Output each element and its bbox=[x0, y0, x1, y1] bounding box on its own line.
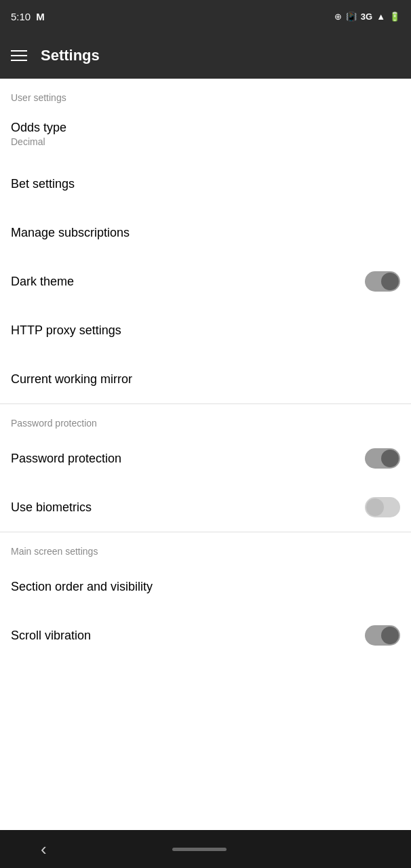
settings-item-password-protection[interactable]: Password protection bbox=[0, 434, 411, 483]
dark-theme-toggle-thumb bbox=[381, 273, 399, 290]
dark-theme-title: Dark theme bbox=[11, 275, 74, 289]
email-icon: M bbox=[36, 11, 45, 22]
odds-type-title: Odds type bbox=[11, 121, 66, 135]
use-biometrics-toggle[interactable] bbox=[365, 497, 400, 517]
network-label: 3G bbox=[361, 12, 372, 22]
back-button[interactable]: ‹ bbox=[41, 839, 47, 860]
use-biometrics-title: Use biometrics bbox=[11, 500, 92, 515]
http-proxy-left: HTTP proxy settings bbox=[11, 323, 121, 338]
app-bar: Settings bbox=[0, 33, 411, 79]
dark-theme-toggle[interactable] bbox=[365, 271, 400, 292]
settings-item-section-order[interactable]: Section order and visibility bbox=[0, 562, 411, 611]
bottom-nav: ‹ bbox=[0, 830, 411, 868]
settings-item-working-mirror[interactable]: Current working mirror bbox=[0, 355, 411, 403]
scroll-vibration-title: Scroll vibration bbox=[11, 629, 91, 643]
scroll-vibration-toggle-thumb bbox=[381, 627, 399, 644]
hamburger-line-2 bbox=[11, 55, 27, 56]
section-order-left: Section order and visibility bbox=[11, 580, 153, 594]
working-mirror-left: Current working mirror bbox=[11, 372, 132, 387]
settings-item-http-proxy[interactable]: HTTP proxy settings bbox=[0, 306, 411, 355]
section-header-user-settings: User settings bbox=[0, 79, 411, 108]
working-mirror-title: Current working mirror bbox=[11, 372, 132, 387]
signal-icon: ▲ bbox=[376, 12, 385, 22]
status-time: 5:10 bbox=[11, 11, 31, 22]
odds-type-subtitle: Decimal bbox=[11, 136, 66, 147]
sync-icon: ⊕ bbox=[334, 12, 342, 22]
bet-settings-left: Bet settings bbox=[11, 177, 75, 191]
content-wrapper: User settings Odds type Decimal Bet sett… bbox=[0, 79, 411, 698]
password-protection-toggle-thumb bbox=[381, 450, 399, 467]
settings-item-odds-type[interactable]: Odds type Decimal bbox=[0, 108, 411, 159]
scroll-vibration-toggle[interactable] bbox=[365, 625, 400, 646]
bet-settings-title: Bet settings bbox=[11, 177, 75, 191]
hamburger-line-1 bbox=[11, 50, 27, 52]
status-bar-right: ⊕ 📳 3G ▲ 🔋 bbox=[334, 12, 400, 22]
section-header-main-screen: Main screen settings bbox=[0, 532, 411, 562]
use-biometrics-left: Use biometrics bbox=[11, 500, 92, 515]
status-bar-left: 5:10 M bbox=[11, 11, 45, 22]
status-bar: 5:10 M ⊕ 📳 3G ▲ 🔋 bbox=[0, 0, 411, 33]
settings-content: User settings Odds type Decimal Bet sett… bbox=[0, 79, 411, 660]
scroll-vibration-left: Scroll vibration bbox=[11, 629, 91, 643]
settings-item-dark-theme[interactable]: Dark theme bbox=[0, 257, 411, 306]
settings-item-bet-settings[interactable]: Bet settings bbox=[0, 159, 411, 208]
section-header-password: Password protection bbox=[0, 404, 411, 434]
settings-item-scroll-vibration[interactable]: Scroll vibration bbox=[0, 611, 411, 660]
dark-theme-left: Dark theme bbox=[11, 275, 74, 289]
page-title: Settings bbox=[41, 47, 100, 64]
manage-subscriptions-left: Manage subscriptions bbox=[11, 226, 130, 240]
odds-type-left: Odds type Decimal bbox=[11, 121, 66, 147]
home-pill[interactable] bbox=[172, 848, 227, 851]
password-protection-left: Password protection bbox=[11, 452, 121, 466]
section-order-title: Section order and visibility bbox=[11, 580, 153, 594]
password-protection-toggle[interactable] bbox=[365, 448, 400, 469]
battery-icon: 🔋 bbox=[389, 12, 400, 22]
http-proxy-title: HTTP proxy settings bbox=[11, 323, 121, 338]
vibration-icon: 📳 bbox=[346, 12, 357, 22]
hamburger-line-3 bbox=[11, 60, 27, 61]
manage-subscriptions-title: Manage subscriptions bbox=[11, 226, 130, 240]
use-biometrics-toggle-thumb bbox=[366, 498, 384, 516]
settings-item-use-biometrics[interactable]: Use biometrics bbox=[0, 483, 411, 532]
hamburger-menu-button[interactable] bbox=[11, 50, 27, 61]
settings-item-manage-subscriptions[interactable]: Manage subscriptions bbox=[0, 208, 411, 257]
password-protection-title: Password protection bbox=[11, 452, 121, 466]
